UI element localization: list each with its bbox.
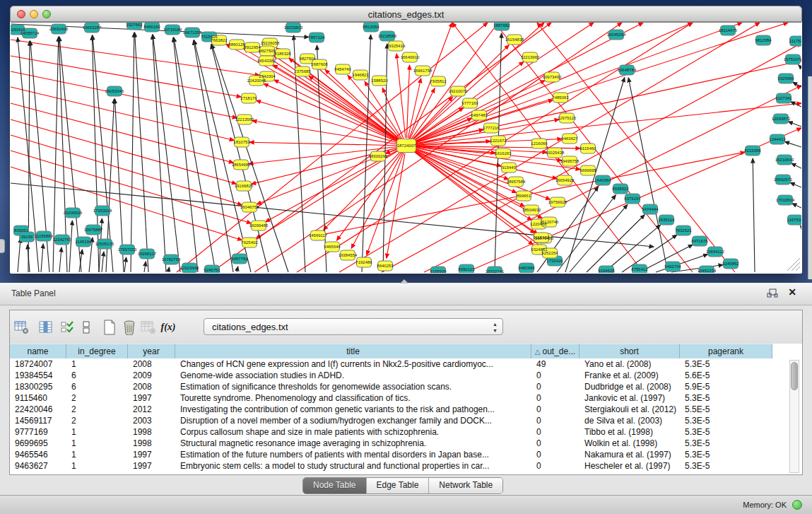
network-view-window[interactable]: citations_edges.txt 18724007183002959150… [10,6,802,274]
column-visibility-icon[interactable] [37,318,55,337]
rows-icon[interactable] [77,318,95,337]
tab-network-table[interactable]: Network Table [428,478,502,493]
svg-text:7935812: 7935812 [430,79,447,83]
table-cell: 1 [66,426,128,438]
svg-text:1167533: 1167533 [787,218,801,222]
window-titlebar[interactable]: citations_edges.txt [10,6,802,22]
svg-text:15692971: 15692971 [774,177,793,182]
column-header-short[interactable]: short [579,344,680,358]
column-header-year[interactable]: year [128,344,175,358]
svg-text:10973493: 10973493 [543,75,562,79]
table-cell: 0 [531,415,579,426]
table-cell: 9777169 [10,426,66,438]
float-panel-icon[interactable] [767,288,778,299]
function-builder-icon[interactable]: f(x) [159,318,177,337]
table-row[interactable]: 946362711997Embryonic stem cells: a mode… [10,460,802,472]
panel-splitter-handle[interactable] [400,279,408,284]
svg-text:12505135: 12505135 [95,242,114,246]
dropdown-stepper-icon: ▲▼ [493,321,498,334]
table-cell: 1997 [128,449,175,460]
svg-text:18300295: 18300295 [369,154,388,158]
table-cell: 6 [66,381,128,392]
table-options-icon[interactable] [13,318,31,337]
table-cell: 2008 [128,358,175,370]
column-header-title[interactable]: title [175,344,531,358]
table-cell: 5.3E-5 [680,392,772,404]
table-cell: 9115460 [10,392,66,404]
table-cell: 5.3E-5 [680,415,772,426]
column-header-out_de[interactable]: △out_de... [531,344,579,358]
table-cell: 5.3E-5 [680,426,772,438]
svg-text:19495758: 19495758 [560,159,579,163]
column-header-name[interactable]: name [10,344,66,358]
collapsed-panel-handle[interactable] [0,239,5,253]
svg-text:1216066: 1216066 [531,141,548,146]
table-row[interactable]: 1456911722003Disruption of a novel membe… [10,415,802,426]
delete-table-icon[interactable] [120,318,139,337]
tab-node-table[interactable]: Node Table [303,478,366,493]
svg-text:8755412: 8755412 [631,267,648,271]
network-graph[interactable]: 1872400718300295915091514055724206914061… [11,23,801,273]
svg-text:8990123: 8990123 [458,267,475,271]
table-cell: Estimation of significance thresholds fo… [175,381,531,392]
svg-text:9245852: 9245852 [722,262,739,266]
table-row[interactable]: 1830029562008Estimation of significance … [10,381,802,392]
table-cell: Investigating the contribution of common… [175,404,531,415]
import-table-disabled-icon [139,318,158,337]
svg-text:9463627: 9463627 [561,136,578,141]
table-cell: Tourette syndrome. Phenomenology and cla… [175,392,531,404]
table-cell: 1 [66,438,128,449]
svg-text:2887682: 2887682 [493,23,510,28]
svg-text:1244413: 1244413 [769,137,786,141]
table-cell: 5.3E-5 [680,449,772,460]
table-panel-header: Table Panel ✕ [0,283,812,305]
network-canvas[interactable]: 1872400718300295915091514055724206914061… [11,22,801,273]
svg-text:30975887: 30975887 [84,228,103,232]
tab-edge-table[interactable]: Edge Table [366,478,429,493]
memory-status-icon[interactable] [792,500,802,510]
vertical-scrollbar[interactable] [789,360,799,473]
table-row[interactable]: 1938455462009Genome-wide association stu… [10,370,802,381]
table-row[interactable]: 946554611997Estimation of the future num… [10,449,802,460]
table-row[interactable]: 911546021997Tourette syndrome. Phenomeno… [10,392,802,404]
table-row[interactable]: 977716911998Corpus callosum shape and si… [10,426,802,438]
table-cell: 0 [531,460,579,472]
column-header-pagerank[interactable]: pagerank [680,344,772,358]
svg-text:6497483: 6497483 [471,113,488,117]
table-row[interactable]: 2242004622012Investigating the contribut… [10,404,802,415]
table-cell: 2 [66,392,128,404]
svg-text:1640954: 1640954 [594,178,611,182]
svg-text:1145194: 1145194 [76,240,93,244]
svg-text:8471676: 8471676 [691,239,708,243]
table-cell: Nakamura et al. (1997) [579,449,680,460]
svg-text:15218586: 15218586 [378,34,397,38]
window-title: citations_edges.txt [11,9,801,20]
svg-text:1221672: 1221672 [490,139,507,143]
new-table-icon[interactable] [100,318,119,337]
sort-ascending-icon: △ [535,348,541,356]
column-header-in_degree[interactable]: in_degree [66,344,128,358]
svg-text:9462734: 9462734 [664,264,681,269]
svg-text:835051: 835051 [14,228,29,233]
svg-text:899651: 899651 [517,194,531,198]
svg-text:7832621: 7832621 [675,228,692,233]
close-panel-icon[interactable]: ✕ [788,286,796,298]
svg-text:16961758: 16961758 [413,69,433,73]
table-cell: 22420046 [10,404,66,415]
svg-text:12213583: 12213583 [235,117,254,122]
scrollbar-thumb[interactable] [791,362,798,390]
table-selector-dropdown[interactable]: citations_edges.txt ▲▼ [204,318,503,335]
table-row[interactable]: 1872400712008Changes of HCN gene express… [10,358,802,370]
table-row[interactable]: 969969511998Structural magnetic resonanc… [10,438,802,449]
table-cell: 49 [531,358,579,370]
svg-text:10654112: 10654112 [706,250,725,254]
row-selection-icon[interactable] [58,318,76,337]
svg-text:1777216: 1777216 [483,126,500,130]
svg-text:1616263: 1616263 [495,151,512,156]
svg-text:1117524: 1117524 [789,39,801,43]
svg-text:16648784: 16648784 [618,68,637,72]
svg-text:2935114: 2935114 [659,218,676,222]
table-cell: Jankovic et al. (1997) [579,392,680,404]
svg-text:12975115: 12975115 [558,116,577,120]
table-cell: Corpus callosum shape and size in male p… [175,426,531,438]
